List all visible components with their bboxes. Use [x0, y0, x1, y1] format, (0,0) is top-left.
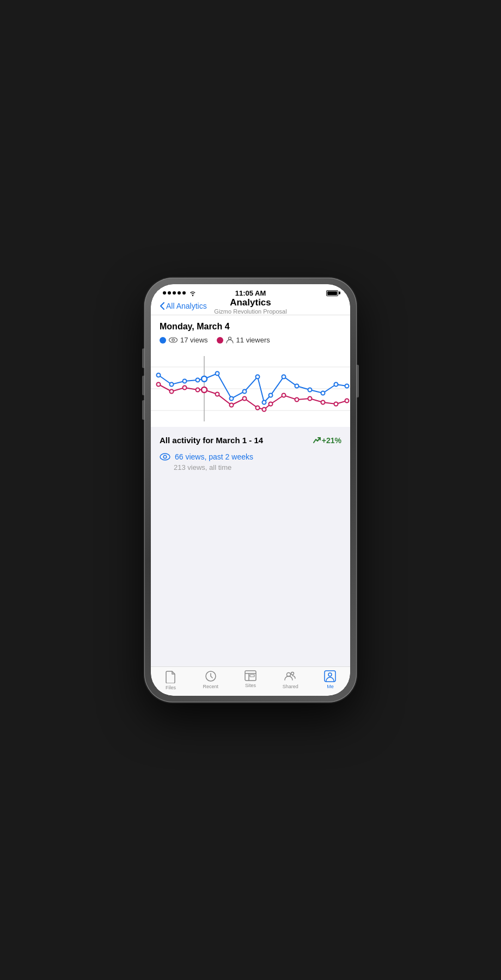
- svg-point-13: [230, 397, 234, 401]
- svg-point-49: [291, 672, 294, 675]
- svg-point-16: [262, 401, 266, 405]
- svg-point-7: [157, 373, 161, 377]
- svg-point-33: [262, 408, 266, 412]
- viewers-dot: [217, 337, 223, 344]
- status-time: 11:05 AM: [235, 289, 266, 297]
- svg-point-34: [269, 402, 273, 406]
- svg-point-37: [308, 397, 312, 401]
- date-title: Monday, March 4: [160, 322, 341, 332]
- viewers-count: 11 viewers: [236, 336, 270, 344]
- main-content: Monday, March 4 17 views: [151, 315, 350, 666]
- views-count: 17 views: [180, 336, 208, 344]
- tab-shared-label: Shared: [283, 684, 298, 689]
- views-recent-row: 66 views, past 2 weeks: [160, 452, 341, 461]
- tab-sites-label: Sites: [245, 683, 256, 688]
- recent-icon: [205, 670, 217, 682]
- phone-inner: 11:05 AM All Analytics Analytics: [151, 284, 350, 696]
- viewers-stat: 11 viewers: [217, 336, 270, 344]
- svg-point-32: [256, 406, 260, 410]
- views-dot: [160, 337, 166, 344]
- svg-point-18: [282, 375, 286, 379]
- status-bar: 11:05 AM: [151, 284, 350, 298]
- battery-fill: [327, 291, 337, 295]
- svg-point-0: [169, 338, 178, 342]
- svg-point-29: [216, 393, 219, 396]
- svg-point-20: [308, 388, 312, 392]
- nav-center: Analytics Gizmo Revolution Proposal: [214, 297, 286, 315]
- tab-files-label: Files: [166, 685, 176, 690]
- activity-section: All activity for March 1 - 14 +21%: [151, 427, 350, 666]
- trend-up-icon: [313, 437, 321, 444]
- svg-point-12: [216, 372, 219, 376]
- svg-point-40: [345, 399, 349, 403]
- tab-me[interactable]: Me: [310, 670, 350, 690]
- date-section: Monday, March 4 17 views: [151, 315, 350, 348]
- svg-rect-47: [250, 675, 254, 677]
- svg-point-28: [201, 387, 207, 393]
- me-icon: [324, 670, 336, 682]
- status-left: [163, 290, 197, 296]
- activity-header: All activity for March 1 - 14 +21%: [160, 436, 341, 445]
- svg-point-24: [157, 383, 161, 387]
- battery-icon: [326, 290, 338, 296]
- svg-point-11: [201, 376, 207, 382]
- eye-icon: [169, 337, 178, 343]
- views-recent-text: 66 views, past 2 weeks: [175, 452, 253, 461]
- svg-point-8: [170, 383, 174, 387]
- signal-dot-2: [168, 291, 171, 295]
- person-icon: [226, 336, 234, 344]
- back-label: All Analytics: [166, 302, 207, 310]
- svg-point-22: [334, 383, 338, 387]
- back-button[interactable]: All Analytics: [160, 302, 207, 310]
- phone-frame: 11:05 AM All Analytics Analytics: [144, 278, 357, 702]
- signal-dot-5: [182, 291, 186, 295]
- svg-point-51: [328, 673, 332, 676]
- signal-dot-4: [178, 291, 181, 295]
- svg-point-19: [295, 384, 299, 388]
- views-all-time: 213 views, all time: [174, 463, 341, 471]
- tab-shared[interactable]: Shared: [271, 670, 310, 690]
- svg-point-9: [183, 379, 187, 383]
- svg-point-2: [228, 337, 231, 340]
- page-subtitle: Gizmo Revolution Proposal: [214, 308, 286, 315]
- chevron-left-icon: [160, 302, 164, 310]
- phone-screen: 11:05 AM All Analytics Analytics: [151, 284, 350, 696]
- svg-point-35: [282, 394, 286, 397]
- stats-row: 17 views 11 viewers: [160, 336, 341, 344]
- svg-point-38: [321, 401, 325, 405]
- svg-point-1: [172, 339, 174, 341]
- signal-dot-1: [163, 291, 166, 295]
- svg-point-27: [196, 388, 200, 392]
- tab-sites[interactable]: Sites: [230, 670, 270, 690]
- shared-icon: [284, 670, 296, 682]
- svg-point-30: [230, 403, 234, 407]
- svg-point-21: [321, 391, 325, 395]
- trend-value: +21%: [322, 436, 341, 445]
- svg-point-15: [256, 375, 260, 379]
- status-right: [326, 290, 338, 296]
- svg-point-25: [170, 390, 174, 394]
- svg-point-26: [183, 386, 187, 390]
- wifi-icon: [188, 290, 197, 296]
- tab-bar: Files Recent Sites: [151, 666, 350, 696]
- svg-point-14: [243, 390, 247, 394]
- svg-point-39: [334, 402, 338, 406]
- tab-me-label: Me: [327, 684, 334, 689]
- svg-point-17: [269, 394, 273, 397]
- navigation-bar: All Analytics Analytics Gizmo Revolution…: [151, 298, 350, 315]
- signal-dot-3: [173, 291, 176, 295]
- activity-trend: +21%: [313, 436, 341, 445]
- eye-icon-blue: [160, 453, 170, 461]
- svg-point-31: [243, 397, 247, 401]
- analytics-chart: [151, 351, 350, 427]
- files-icon: [165, 670, 177, 683]
- svg-point-10: [196, 378, 200, 382]
- chart-container: [151, 348, 350, 427]
- views-stat: 17 views: [160, 336, 208, 344]
- svg-point-23: [345, 384, 349, 388]
- activity-title: All activity for March 1 - 14: [160, 436, 263, 445]
- svg-point-42: [163, 455, 167, 458]
- page-title: Analytics: [214, 297, 286, 308]
- tab-files[interactable]: Files: [151, 670, 191, 690]
- tab-recent[interactable]: Recent: [191, 670, 230, 690]
